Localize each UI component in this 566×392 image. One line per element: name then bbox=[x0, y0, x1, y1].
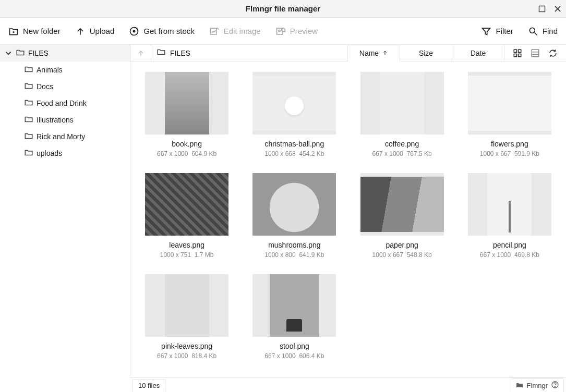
file-card[interactable]: stool.png667 x 1000 606.4 Kb bbox=[243, 274, 345, 360]
sort-name-tab[interactable]: Name bbox=[348, 45, 400, 62]
sidebar-item-uploads[interactable]: uploads bbox=[0, 145, 130, 162]
sidebar-item-rick-and-morty[interactable]: Rick and Morty bbox=[0, 128, 130, 145]
file-meta: 667 x 1000 606.4 Kb bbox=[264, 352, 324, 360]
close-icon[interactable] bbox=[553, 5, 562, 13]
svg-line-13 bbox=[284, 31, 285, 32]
file-card[interactable]: book.png667 x 1000 604.9 Kb bbox=[136, 72, 238, 157]
brand-link[interactable]: Flmngr bbox=[511, 378, 564, 392]
file-meta: 1000 x 800 641.9 Kb bbox=[264, 251, 324, 259]
list-view-icon[interactable] bbox=[531, 48, 540, 58]
file-card[interactable]: coffee.png667 x 1000 767.5 Kb bbox=[351, 72, 453, 157]
file-card[interactable]: pink-leaves.png667 x 1000 818.4 Kb bbox=[136, 274, 238, 360]
file-thumbnail bbox=[360, 72, 444, 134]
new-folder-label: New folder bbox=[23, 27, 61, 35]
file-name: stool.png bbox=[280, 342, 309, 350]
file-meta: 667 x 1000 818.4 Kb bbox=[157, 352, 216, 360]
folder-icon bbox=[24, 98, 33, 109]
folder-icon bbox=[24, 65, 33, 76]
sidebar-item-label: uploads bbox=[37, 149, 62, 157]
file-meta: 1000 x 668 454.2 Kb bbox=[264, 150, 324, 157]
file-thumbnail bbox=[360, 173, 444, 236]
sort-date-tab[interactable]: Date bbox=[452, 45, 504, 61]
svg-rect-0 bbox=[539, 6, 545, 12]
sidebar-item-label: Docs bbox=[37, 82, 53, 91]
titlebar: Flmngr file manager bbox=[0, 0, 566, 18]
sort-size-tab[interactable]: Size bbox=[400, 45, 452, 61]
help-icon[interactable] bbox=[551, 381, 559, 390]
refresh-icon[interactable] bbox=[548, 48, 558, 58]
folder-icon bbox=[24, 148, 33, 159]
new-folder-button[interactable]: New folder bbox=[8, 26, 61, 36]
svg-marker-14 bbox=[483, 28, 490, 34]
sort-size-label: Size bbox=[419, 49, 433, 57]
file-card[interactable]: paper.png1000 x 667 548.8 Kb bbox=[351, 173, 453, 259]
folder-icon bbox=[24, 81, 33, 92]
brand-label: Flmngr bbox=[527, 382, 548, 389]
sidebar-item-docs[interactable]: Docs bbox=[0, 78, 130, 95]
file-name: book.png bbox=[172, 140, 202, 148]
sidebar-item-illustrations[interactable]: Illustrations bbox=[0, 112, 130, 128]
main: FILES AnimalsDocsFood and DrinkIllustrat… bbox=[0, 45, 566, 377]
file-meta: 1000 x 751 1.7 Mb bbox=[160, 251, 214, 259]
sidebar-item-label: Food and Drink bbox=[37, 99, 87, 107]
file-thumbnail bbox=[252, 173, 336, 236]
file-name: flowers.png bbox=[491, 140, 528, 148]
sort-tabs: Name Size Date bbox=[348, 45, 504, 61]
get-from-stock-label: Get from stock bbox=[143, 27, 195, 35]
file-name: pencil.png bbox=[493, 241, 526, 249]
file-thumbnail bbox=[145, 274, 228, 337]
grid-view-icon[interactable] bbox=[513, 48, 522, 58]
preview-label: Preview bbox=[290, 27, 318, 35]
filter-button[interactable]: Filter bbox=[481, 26, 513, 36]
file-thumbnail bbox=[145, 173, 228, 236]
sort-name-label: Name bbox=[359, 49, 379, 57]
svg-point-15 bbox=[529, 28, 535, 33]
svg-point-27 bbox=[555, 386, 555, 386]
statusbar: 10 files Flmngr bbox=[130, 377, 566, 392]
svg-point-7 bbox=[133, 30, 136, 32]
arrow-up-icon bbox=[382, 49, 388, 57]
upload-button[interactable]: Upload bbox=[75, 26, 115, 36]
go-up-button[interactable] bbox=[130, 45, 151, 61]
chevron-down-icon[interactable] bbox=[4, 48, 13, 58]
window-controls bbox=[538, 0, 562, 18]
file-card[interactable]: leaves.png1000 x 751 1.7 Mb bbox=[136, 173, 238, 259]
sidebar-item-label: Rick and Morty bbox=[37, 132, 85, 141]
filter-label: Filter bbox=[496, 27, 513, 35]
breadcrumb[interactable]: FILES bbox=[151, 45, 348, 61]
sidebar-item-animals[interactable]: Animals bbox=[0, 62, 130, 78]
breadcrumb-current: FILES bbox=[170, 49, 190, 57]
file-name: christmas-ball.png bbox=[265, 140, 324, 148]
find-button[interactable]: Find bbox=[528, 26, 558, 36]
file-meta: 1000 x 667 548.8 Kb bbox=[372, 251, 432, 259]
sidebar: FILES AnimalsDocsFood and DrinkIllustrat… bbox=[0, 45, 130, 377]
file-thumbnail bbox=[468, 72, 551, 134]
sort-date-label: Date bbox=[471, 49, 486, 57]
svg-rect-22 bbox=[519, 54, 521, 56]
maximize-icon[interactable] bbox=[538, 5, 546, 13]
file-card[interactable]: mushrooms.png1000 x 800 641.9 Kb bbox=[243, 173, 345, 259]
window-title: Flmngr file manager bbox=[246, 4, 320, 13]
sidebar-item-food-and-drink[interactable]: Food and Drink bbox=[0, 95, 130, 112]
file-card[interactable]: pencil.png667 x 1000 469.8 Kb bbox=[459, 173, 561, 259]
svg-rect-23 bbox=[532, 50, 539, 57]
folder-icon bbox=[24, 131, 33, 142]
sidebar-item-label: Animals bbox=[37, 66, 63, 74]
file-card[interactable]: flowers.png1000 x 667 591.9 Kb bbox=[459, 72, 561, 157]
file-thumbnail bbox=[468, 173, 551, 236]
folder-icon bbox=[24, 115, 33, 126]
svg-rect-21 bbox=[514, 54, 516, 56]
upload-label: Upload bbox=[90, 27, 115, 35]
tree-root-label: FILES bbox=[28, 49, 49, 57]
file-grid: book.png667 x 1000 604.9 Kbchristmas-bal… bbox=[130, 62, 566, 377]
file-meta: 667 x 1000 469.8 Kb bbox=[480, 251, 539, 259]
file-name: pink-leaves.png bbox=[161, 342, 212, 350]
sidebar-item-label: Illustrations bbox=[37, 116, 74, 124]
svg-line-9 bbox=[217, 28, 219, 29]
file-thumbnail bbox=[252, 72, 336, 134]
tree-root-files[interactable]: FILES bbox=[0, 45, 130, 62]
svg-rect-20 bbox=[519, 50, 521, 52]
preview-button: Preview bbox=[275, 26, 318, 36]
file-card[interactable]: christmas-ball.png1000 x 668 454.2 Kb bbox=[243, 72, 345, 157]
get-from-stock-button[interactable]: Get from stock bbox=[129, 26, 195, 36]
